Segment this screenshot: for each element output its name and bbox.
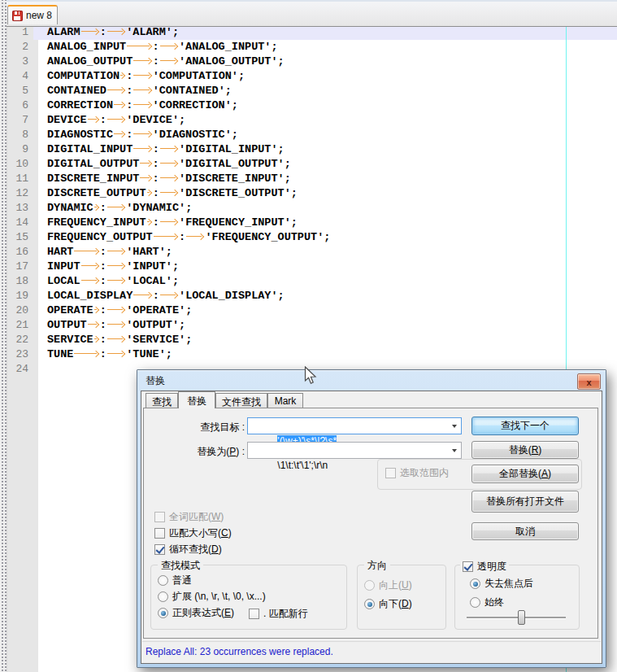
code-text: LOCAL:'LOCAL'; [47, 274, 179, 289]
tab-arrow-icon [106, 334, 126, 343]
code-line-row[interactable]: 23TUNE:'TUNE'; [7, 347, 617, 362]
search-mode-normal-radio[interactable]: 普通 [158, 574, 192, 587]
tab-arrow-icon [133, 143, 152, 153]
line-number[interactable]: 14 [7, 216, 33, 230]
line-number[interactable]: 20 [7, 303, 33, 318]
line-number[interactable]: 15 [7, 230, 33, 245]
tab-find-in-files[interactable]: 文件查找 [215, 393, 267, 408]
direction-down-radio[interactable]: 向下(D) [364, 597, 412, 611]
cancel-button[interactable]: 取消 [471, 522, 579, 540]
search-mode-group: 查找模式 普通 扩展 (\n, \r, \t, \0, \x...) 正则表达式… [150, 565, 347, 630]
tab-arrow-icon [133, 290, 152, 299]
code-text: ALARM:'ALARM'; [47, 25, 179, 40]
file-tab-new8[interactable]: new 8 [7, 5, 58, 24]
line-number[interactable]: 18 [7, 274, 33, 289]
code-line-row[interactable]: 19LOCAL_DISPLAY:'LOCAL_DISPLAY'; [7, 289, 617, 303]
code-line-row[interactable]: 20OPERATE:'OPERATE'; [7, 303, 617, 318]
code-line-row[interactable]: 10DIGITAL_OUTPUT:'DIGITAL_OUTPUT'; [7, 157, 617, 172]
line-number[interactable]: 5 [7, 84, 33, 98]
transparency-always-radio[interactable]: 始终 [470, 596, 504, 609]
radio-selected-icon [470, 578, 480, 589]
code-line-row[interactable]: 8DIAGNOSTIC:'DIAGNOSTIC'; [7, 128, 617, 142]
replace-with-combobox[interactable]: \1\t:\t'\1';\r\n [247, 442, 462, 459]
line-number[interactable]: 16 [7, 245, 33, 260]
replace-all-open-docs-button[interactable]: 替换所有打开文件 [471, 491, 579, 513]
wrap-around-checkbox[interactable]: 循环查找(D) [154, 543, 222, 556]
line-number[interactable]: 7 [7, 113, 33, 128]
code-line-row[interactable]: 16HART:'HART'; [7, 245, 617, 260]
line-number[interactable]: 6 [7, 98, 33, 113]
line-number[interactable]: 24 [7, 362, 33, 377]
line-number[interactable]: 1 [7, 25, 33, 40]
code-line-row[interactable]: 14FREQUENCY_INPUT:'FREQUENCY_INPUT'; [7, 216, 617, 230]
line-number[interactable]: 11 [7, 172, 33, 186]
code-line-row[interactable]: 22SERVICE:'SERVICE'; [7, 333, 617, 347]
tab-arrow-icon [133, 70, 152, 80]
replace-button[interactable]: 替换(R) [471, 441, 579, 459]
line-number[interactable]: 4 [7, 69, 33, 84]
whole-word-checkbox[interactable]: 全词匹配(W) [154, 510, 224, 524]
code-line-row[interactable]: 5CONTAINED:'CONTAINED'; [7, 84, 617, 98]
match-case-checkbox[interactable]: 匹配大小写(C) [154, 526, 232, 540]
search-mode-regex-radio[interactable]: 正则表达式(E) [158, 606, 234, 620]
checkbox-icon [154, 528, 165, 539]
code-line-row[interactable]: 3ANALOG_OUTPUT:'ANALOG_OUTPUT'; [7, 55, 617, 69]
chevron-down-icon[interactable] [452, 449, 457, 452]
replace-with-label: 替换为(P) : [176, 445, 245, 459]
line-number[interactable]: 10 [7, 157, 33, 172]
tab-arrow-icon [133, 129, 152, 138]
code-line-row[interactable]: 17INPUT:'INPUT'; [7, 260, 617, 274]
find-next-button[interactable]: 查找下一个 [471, 417, 579, 435]
code-line-row[interactable]: 13DYNAMIC:'DYNAMIC'; [7, 201, 617, 216]
code-line-row[interactable]: 21OUTPUT:'OUTPUT'; [7, 318, 617, 333]
dock-gripper[interactable] [0, 0, 7, 672]
code-line-row[interactable]: 1ALARM:'ALARM'; [7, 25, 617, 40]
search-mode-extended-radio[interactable]: 扩展 (\n, \r, \t, \0, \x...) [158, 590, 266, 604]
dot-matches-newline-checkbox[interactable]: . 匹配新行 [249, 607, 308, 621]
tab-arrow-icon [80, 260, 100, 270]
code-line-row[interactable]: 2ANALOG_INPUT:'ANALOG_INPUT'; [7, 40, 617, 55]
replace-all-button[interactable]: 全部替换(A) [471, 465, 579, 483]
tab-mark[interactable]: Mark [267, 393, 303, 408]
code-line-row[interactable]: 15FREQUENCY_OUTPUT:'FREQUENCY_OUTPUT'; [7, 230, 617, 245]
transparency-on-lose-focus-radio[interactable]: 失去焦点后 [470, 577, 533, 591]
tab-find[interactable]: 查找 [146, 393, 178, 408]
in-selection-checkbox[interactable]: 选取范围内 [385, 466, 449, 480]
line-number[interactable]: 23 [7, 347, 33, 362]
checkbox-icon [249, 609, 259, 619]
code-line-row[interactable]: 7DEVICE:'DEVICE'; [7, 113, 617, 128]
radio-icon [470, 597, 480, 608]
transparency-slider[interactable] [467, 610, 566, 625]
tab-arrow-icon [159, 55, 179, 65]
tab-arrow-icon [126, 41, 152, 50]
line-number[interactable]: 2 [7, 40, 33, 55]
line-number[interactable]: 22 [7, 333, 33, 347]
line-number[interactable]: 17 [7, 260, 33, 274]
tab-replace[interactable]: 替换 [178, 391, 215, 408]
line-number[interactable]: 12 [7, 186, 33, 201]
transparency-checkbox[interactable]: 透明度 [460, 560, 509, 574]
code-line-row[interactable]: 9DIGITAL_INPUT:'DIGITAL_INPUT'; [7, 142, 617, 157]
code-line-row[interactable]: 12DISCRETE_OUTPUT:'DISCRETE_OUTPUT'; [7, 186, 617, 201]
tab-arrow-icon [106, 275, 126, 285]
tab-arrow-icon [113, 99, 126, 109]
code-text: FREQUENCY_INPUT:'FREQUENCY_INPUT'; [47, 216, 298, 230]
line-number[interactable]: 8 [7, 128, 33, 142]
direction-up-radio[interactable]: 向上(U) [364, 578, 412, 592]
line-number[interactable]: 9 [7, 142, 33, 157]
line-number[interactable]: 3 [7, 55, 33, 69]
code-text: ANALOG_INPUT:'ANALOG_INPUT'; [47, 40, 278, 55]
close-button[interactable]: x [577, 373, 601, 390]
line-number[interactable]: 21 [7, 318, 33, 333]
code-line-row[interactable]: 18LOCAL:'LOCAL'; [7, 274, 617, 289]
code-line-row[interactable]: 6CORRECTION:'CORRECTION'; [7, 98, 617, 113]
line-number[interactable]: 19 [7, 289, 33, 303]
find-what-combobox[interactable]: '(\w+)'\s*\|?\s* [247, 417, 462, 434]
code-line-row[interactable]: 4COMPUTATION:'COMPUTATION'; [7, 69, 617, 84]
slider-thumb[interactable] [518, 610, 525, 625]
chevron-down-icon[interactable] [452, 425, 457, 428]
dialog-titlebar[interactable]: 替换 x [137, 370, 606, 391]
code-line-row[interactable]: 11DISCRETE_INPUT:'DISCRETE_INPUT'; [7, 172, 617, 186]
line-number[interactable]: 13 [7, 201, 33, 216]
slider-track[interactable] [467, 617, 566, 619]
